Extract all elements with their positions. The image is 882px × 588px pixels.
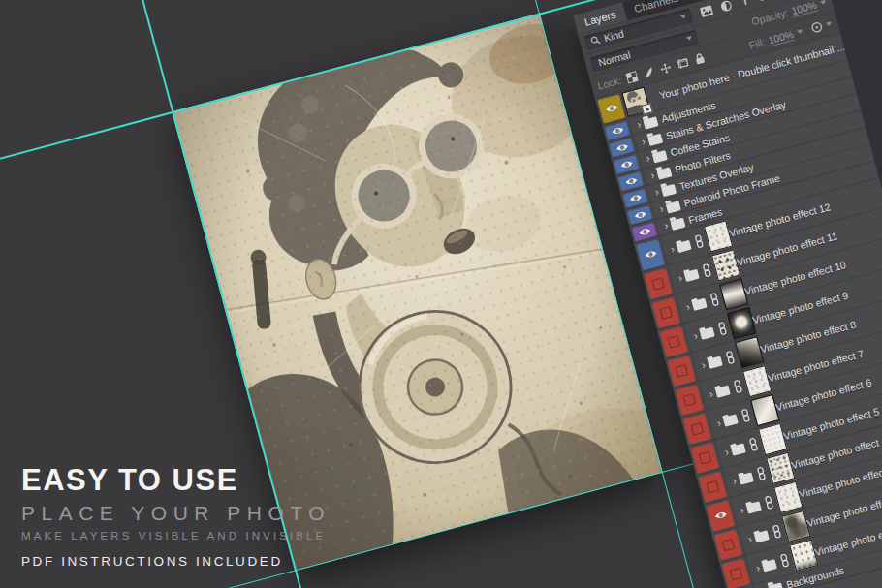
layer-thumbnail[interactable] xyxy=(742,365,772,397)
hidden-visibility-box[interactable] xyxy=(714,529,742,560)
lock-position-icon[interactable] xyxy=(659,61,672,74)
layer-thumbnail[interactable] xyxy=(704,220,733,252)
promo-text-block: EASY TO USE PLACE YOUR PHOTO MAKE LAYERS… xyxy=(21,465,331,569)
hidden-visibility-box[interactable] xyxy=(676,384,704,415)
hidden-visibility-box[interactable] xyxy=(722,558,750,588)
hidden-visibility-box[interactable] xyxy=(683,413,711,444)
lock-all-icon[interactable] xyxy=(694,51,707,65)
expand-chevron-icon[interactable]: › xyxy=(645,153,650,165)
link-icon xyxy=(747,437,759,452)
hidden-visibility-box[interactable] xyxy=(691,442,719,473)
fill-value[interactable]: 100% xyxy=(767,27,795,46)
pixel-layer-filter-icon[interactable] xyxy=(699,4,713,17)
layer-thumbnail[interactable] xyxy=(711,249,740,281)
hidden-visibility-box[interactable] xyxy=(652,297,680,328)
layer-thumbnail[interactable] xyxy=(758,423,787,455)
link-icon xyxy=(732,379,743,394)
folder-icon xyxy=(670,217,685,230)
promo-title: EASY TO USE xyxy=(21,465,331,497)
layer-thumbnail[interactable] xyxy=(781,511,810,542)
photoshop-mockup: EASY TO USE PLACE YOUR PHOTO MAKE LAYERS… xyxy=(0,0,882,588)
link-icon xyxy=(693,233,705,249)
type-layer-filter-icon[interactable]: T xyxy=(739,0,751,7)
layer-thumbnail[interactable] xyxy=(789,540,818,572)
layer-thumbnail[interactable] xyxy=(750,394,779,426)
folder-icon xyxy=(683,269,699,282)
expand-chevron-icon[interactable]: › xyxy=(732,475,738,486)
hidden-visibility-box[interactable] xyxy=(644,268,672,299)
link-icon xyxy=(755,466,767,481)
chevron-down-icon[interactable] xyxy=(826,21,833,26)
chevron-down-icon[interactable] xyxy=(797,29,803,34)
expand-chevron-icon[interactable]: › xyxy=(701,359,707,371)
layer-list: Your photo here - Double click thunbnail… xyxy=(595,33,882,588)
svg-text:T: T xyxy=(740,0,750,7)
expand-chevron-icon[interactable]: › xyxy=(641,136,646,147)
expand-chevron-icon[interactable]: › xyxy=(669,243,675,255)
folder-icon xyxy=(722,415,738,427)
layers-panel: Layers Channels Kind T Normal Opacity: 1… xyxy=(573,0,882,588)
eye-icon[interactable] xyxy=(707,500,735,531)
chevron-down-icon xyxy=(686,36,693,41)
promo-subtitle: PLACE YOUR PHOTO xyxy=(21,502,331,525)
hidden-visibility-box[interactable] xyxy=(699,471,727,502)
layer-thumbnail[interactable] xyxy=(621,86,650,116)
folder-icon xyxy=(762,559,777,572)
folder-icon xyxy=(768,582,783,588)
promo-pdf-note: PDF INSTRUCTIONS INCLUDED xyxy=(21,554,331,569)
link-icon xyxy=(709,292,720,307)
chevron-down-icon xyxy=(680,15,687,19)
blend-mode-value: Normal xyxy=(597,48,632,68)
lock-transparency-icon[interactable] xyxy=(625,71,638,83)
folder-icon xyxy=(753,530,769,542)
link-icon xyxy=(716,321,728,336)
link-icon xyxy=(778,553,790,569)
expand-chevron-icon[interactable]: › xyxy=(709,388,714,400)
folder-icon xyxy=(738,472,753,484)
expand-chevron-icon[interactable]: › xyxy=(684,301,690,313)
opacity-value[interactable]: 100% xyxy=(790,0,818,17)
fill-label: Fill: xyxy=(747,36,766,51)
expand-chevron-icon[interactable]: › xyxy=(740,504,745,515)
expand-chevron-icon[interactable]: › xyxy=(692,330,698,342)
expand-chevron-icon[interactable]: › xyxy=(658,203,664,215)
eye-icon[interactable] xyxy=(636,239,664,270)
link-icon xyxy=(771,524,782,540)
folder-icon xyxy=(745,501,761,513)
adjustment-layer-filter-icon[interactable] xyxy=(719,0,732,12)
expand-chevron-icon[interactable]: › xyxy=(755,562,761,573)
lock-image-icon[interactable] xyxy=(643,66,655,78)
chevron-down-icon[interactable] xyxy=(820,0,827,5)
expand-chevron-icon[interactable]: › xyxy=(677,272,682,284)
expand-chevron-icon[interactable]: › xyxy=(636,119,642,131)
shape-layer-filter-icon[interactable] xyxy=(757,0,771,2)
lock-label: Lock: xyxy=(596,75,622,92)
expand-chevron-icon[interactable]: › xyxy=(716,418,722,429)
promo-note: MAKE LAYERS VISIBLE AND INVISIBLE xyxy=(21,530,331,542)
layer-thumbnail[interactable] xyxy=(735,336,764,368)
layer-thumbnail[interactable] xyxy=(773,481,803,513)
lock-artboard-icon[interactable] xyxy=(677,57,690,70)
expand-chevron-icon[interactable]: › xyxy=(747,533,753,544)
expand-chevron-icon[interactable]: › xyxy=(724,446,730,457)
folder-icon xyxy=(656,167,672,179)
visibility-toggle[interactable] xyxy=(719,556,753,588)
expand-chevron-icon[interactable]: › xyxy=(654,186,660,198)
folder-icon xyxy=(676,240,691,253)
folder-icon xyxy=(714,386,730,398)
eye-icon[interactable] xyxy=(597,94,625,123)
hidden-visibility-box[interactable] xyxy=(660,325,688,356)
expand-chevron-icon[interactable]: › xyxy=(649,170,655,181)
layer-thumbnail[interactable] xyxy=(719,278,748,310)
link-icon xyxy=(701,263,712,278)
search-icon xyxy=(588,31,602,50)
expand-chevron-icon[interactable]: › xyxy=(663,220,669,232)
link-icon xyxy=(763,495,774,511)
layer-thumbnail[interactable] xyxy=(727,307,756,339)
layer-thumbnail[interactable] xyxy=(766,452,795,484)
kind-filter-label: Kind xyxy=(603,27,625,44)
panel-circle-icon[interactable] xyxy=(809,20,824,35)
folder-icon xyxy=(707,356,722,369)
hidden-visibility-box[interactable] xyxy=(668,355,696,386)
folder-icon xyxy=(647,133,663,145)
